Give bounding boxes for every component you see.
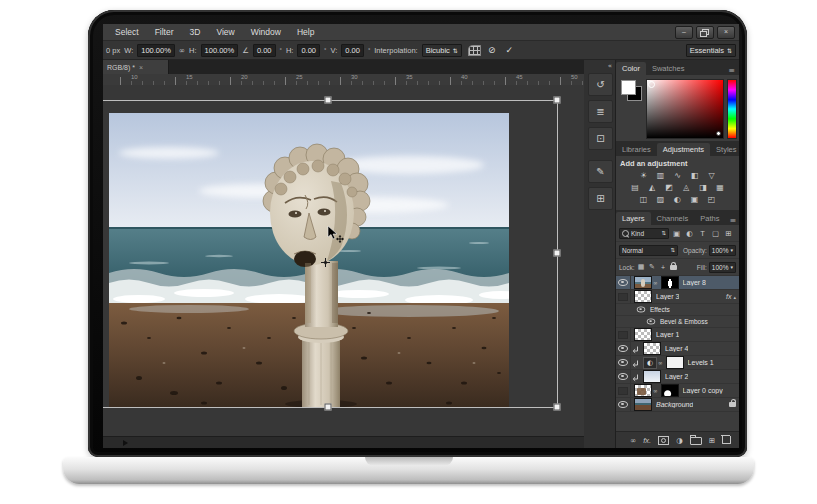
- menu-select[interactable]: Select: [107, 27, 147, 37]
- visibility-toggle[interactable]: [616, 342, 631, 355]
- tab-paths[interactable]: Paths: [694, 212, 725, 225]
- lock-image-pixels-icon[interactable]: ✎: [648, 263, 657, 271]
- layer-mask-thumbnail[interactable]: [661, 276, 679, 289]
- eye-icon[interactable]: [647, 319, 656, 325]
- height-field[interactable]: 100.00%: [201, 44, 239, 57]
- workspace-switcher[interactable]: Essentials ⇅: [686, 44, 736, 57]
- lock-position-icon[interactable]: +: [659, 264, 668, 271]
- tab-styles[interactable]: Styles: [710, 143, 739, 156]
- bevel-emboss-label[interactable]: Bevel & Emboss: [660, 318, 708, 325]
- tab-adjustments[interactable]: Adjustments: [657, 143, 710, 156]
- lock-all-icon[interactable]: [670, 265, 677, 270]
- properties-panel-icon[interactable]: ≣: [588, 100, 613, 123]
- hue-slider[interactable]: [727, 79, 737, 139]
- vibrance-icon[interactable]: ▽: [705, 170, 718, 181]
- tab-swatches[interactable]: Swatches: [646, 62, 691, 75]
- transform-handle-bottom-center[interactable]: [325, 404, 332, 411]
- lock-transparent-pixels-icon[interactable]: ▦: [637, 263, 646, 271]
- layer-thumbnail[interactable]: [634, 398, 652, 411]
- commit-transform-icon[interactable]: ✓: [502, 45, 516, 55]
- menu-view[interactable]: View: [208, 27, 242, 37]
- threshold-icon[interactable]: ◐: [671, 194, 684, 205]
- bevel-emboss-row[interactable]: Bevel & Emboss: [616, 316, 739, 328]
- channel-mixer-icon[interactable]: ◨: [697, 182, 710, 193]
- filter-shape-layers-icon[interactable]: ▢: [710, 229, 721, 238]
- tab-libraries[interactable]: Libraries: [616, 143, 657, 156]
- transform-handle-top-center[interactable]: [325, 97, 332, 104]
- layer-row-layer8[interactable]: ∞ Layer 8: [616, 276, 739, 290]
- warp-mode-icon[interactable]: [468, 45, 481, 56]
- visibility-toggle[interactable]: [616, 290, 631, 303]
- link-layers-icon[interactable]: ∞: [630, 436, 636, 445]
- invert-icon[interactable]: ◫: [637, 194, 650, 205]
- layer-name[interactable]: Layer 1: [656, 331, 679, 338]
- panel-menu-icon[interactable]: ≡: [724, 66, 739, 75]
- filter-adjustment-layers-icon[interactable]: ◐: [684, 229, 695, 238]
- tool-presets-panel-icon[interactable]: ⊞: [588, 187, 613, 210]
- brightness-contrast-icon[interactable]: ☀: [637, 170, 650, 181]
- visibility-toggle[interactable]: [616, 328, 631, 341]
- panel-menu-icon[interactable]: ≡: [725, 216, 739, 225]
- layer-name[interactable]: Levels 1: [688, 359, 714, 366]
- layer-row-background[interactable]: Background: [616, 398, 739, 412]
- levels-icon[interactable]: ▥: [654, 170, 667, 181]
- add-layer-mask-icon[interactable]: [658, 436, 669, 445]
- visibility-toggle[interactable]: [616, 398, 631, 411]
- opacity-dropdown[interactable]: 100% ▾: [709, 245, 736, 256]
- layer-thumbnail[interactable]: [643, 342, 661, 355]
- layer-thumbnail[interactable]: [643, 370, 661, 383]
- cancel-transform-icon[interactable]: ⊘: [485, 45, 499, 55]
- expand-panels-icon[interactable]: «: [608, 62, 612, 70]
- layer-name[interactable]: Layer 3: [656, 293, 679, 300]
- visibility-toggle[interactable]: [616, 356, 631, 369]
- h-skew-field[interactable]: 0.00: [297, 44, 320, 57]
- tab-layers[interactable]: Layers: [616, 212, 651, 225]
- transform-handle-middle-right[interactable]: [554, 250, 561, 257]
- fill-dropdown[interactable]: 100% ▾: [709, 262, 736, 273]
- mask-link-icon[interactable]: ∞: [653, 280, 658, 286]
- layer-mask-thumbnail[interactable]: [666, 356, 684, 369]
- layer-name[interactable]: Background: [656, 401, 693, 408]
- layer-row-layer3[interactable]: Layer 3 fx ▴: [616, 290, 739, 304]
- new-layer-icon[interactable]: ⊞: [709, 436, 715, 445]
- curves-icon[interactable]: ∿: [671, 170, 684, 181]
- black-white-icon[interactable]: ◩: [663, 182, 676, 193]
- photo-filter-icon[interactable]: ◬: [680, 182, 693, 193]
- canvas-area[interactable]: [103, 85, 585, 448]
- minimize-button[interactable]: –: [675, 26, 693, 39]
- filter-type-layers-icon[interactable]: T: [697, 229, 708, 238]
- layer-name[interactable]: Layer 0 copy: [683, 387, 723, 394]
- gradient-map-icon[interactable]: ▣: [688, 194, 701, 205]
- menu-window[interactable]: Window: [243, 27, 289, 37]
- transform-handle-bottom-right[interactable]: [554, 404, 561, 411]
- foreground-color-swatch[interactable]: [621, 80, 636, 95]
- visibility-toggle[interactable]: [616, 384, 631, 397]
- brush-panel-icon[interactable]: ✎: [588, 160, 613, 183]
- horizontal-scrollbar[interactable]: [103, 436, 584, 448]
- blend-mode-dropdown[interactable]: Normal ⇅: [619, 245, 678, 256]
- selective-color-icon[interactable]: ◰: [705, 194, 718, 205]
- transform-handle-top-right[interactable]: [554, 97, 561, 104]
- color-balance-icon[interactable]: ◭: [646, 182, 659, 193]
- layer-row-layer2[interactable]: Layer 2: [616, 370, 739, 384]
- rotation-field[interactable]: 0.00: [253, 44, 276, 57]
- layer-thumbnail[interactable]: [634, 384, 652, 397]
- layer-style-indicator[interactable]: fx ▴: [726, 293, 736, 300]
- new-group-icon[interactable]: [690, 437, 702, 445]
- tab-channels[interactable]: Channels: [651, 212, 695, 225]
- layer-name[interactable]: Layer 4: [665, 345, 688, 352]
- maintain-aspect-icon[interactable]: ∞: [179, 46, 185, 55]
- restore-button[interactable]: [696, 26, 714, 39]
- history-panel-icon[interactable]: ↺: [588, 73, 613, 96]
- effects-row[interactable]: Effects: [616, 304, 739, 316]
- exposure-icon[interactable]: ◧: [688, 170, 701, 181]
- filter-smart-objects-icon[interactable]: ⊞: [723, 229, 734, 238]
- hue-saturation-icon[interactable]: ▤: [629, 182, 642, 193]
- layer-row-layer0copy[interactable]: ∞ Layer 0 copy: [616, 384, 739, 398]
- layer-thumbnail[interactable]: [634, 290, 652, 303]
- posterize-icon[interactable]: ▨: [654, 194, 667, 205]
- mask-link-icon[interactable]: ∞: [653, 388, 658, 394]
- effects-label[interactable]: Effects: [650, 306, 670, 313]
- layer-filter-dropdown[interactable]: Kind ⇅: [619, 228, 669, 239]
- v-skew-field[interactable]: 0.00: [341, 44, 364, 57]
